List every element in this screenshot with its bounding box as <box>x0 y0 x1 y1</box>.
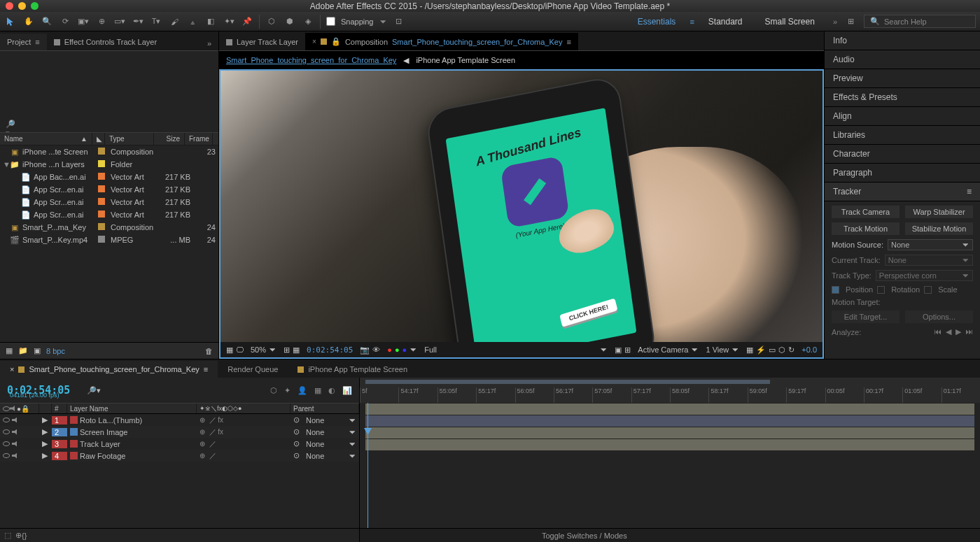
zoom-dropdown[interactable]: 50% ⏷ <box>251 345 276 354</box>
panel-preview[interactable]: Preview <box>825 69 980 88</box>
hand-tool-icon[interactable]: ✋ <box>22 15 35 28</box>
col-size[interactable]: Size <box>154 133 185 145</box>
time-ruler[interactable]: 5f54:17f55:05f55:17f56:05f56:17f57:05f57… <box>360 378 980 403</box>
interpret-icon[interactable]: ▦ <box>6 346 13 355</box>
panel-menu-icon[interactable]: ≡ <box>204 365 208 373</box>
panel-menu-icon[interactable]: ≡ <box>35 38 39 46</box>
toggle-1-icon[interactable]: ⬚ <box>0 531 15 540</box>
workspace-essentials[interactable]: Essentials <box>626 13 687 30</box>
view-axis-icon[interactable]: ◈ <box>302 15 314 28</box>
workspace-overflow-icon[interactable]: » <box>833 17 837 26</box>
col-frame[interactable]: Frame <box>185 133 213 145</box>
pan-behind-tool-icon[interactable]: ⊕ <box>95 15 108 28</box>
timeline-tab-render[interactable]: Render Queue <box>218 361 288 378</box>
breadcrumb-1[interactable]: Smart_Phone_touching_screen_for_Chroma_K… <box>222 56 400 64</box>
project-item[interactable]: ▼📁iPhone ...n LayersFolder <box>0 158 218 171</box>
col-label[interactable]: ◣ <box>92 133 105 145</box>
project-item[interactable]: 📄App Scr...en.aiVector Art217 KB <box>0 183 218 196</box>
snapping-chevron-icon[interactable]: ⏷ <box>379 17 387 26</box>
res-auto-icon[interactable]: ⊞ <box>284 345 290 355</box>
views-dropdown[interactable]: 1 View ⏷ <box>706 345 739 354</box>
workspace-small[interactable]: Small Screen <box>754 13 826 30</box>
panel-menu-icon[interactable]: ≡ <box>566 38 570 46</box>
camera-tool-icon[interactable]: ▣▾ <box>77 15 90 28</box>
layer-row[interactable]: ▶2Screen Image⊕ ／ fx⊙None⏷ <box>0 426 359 438</box>
clone-tool-icon[interactable]: ⟁ <box>186 15 199 28</box>
motion-source-select[interactable]: None ⏷ <box>888 239 973 250</box>
crumb-back-icon[interactable]: ◀ <box>400 56 412 65</box>
selection-tool-icon[interactable] <box>4 15 17 28</box>
project-item[interactable]: ▣Smart_P...ma_KeyComposition24 <box>0 221 218 234</box>
col-layer-name[interactable]: Layer Name <box>67 404 197 413</box>
current-time[interactable]: 0:02:54:05 <box>307 345 353 355</box>
rotation-tool-icon[interactable]: ⟳ <box>59 15 71 28</box>
bpc-button[interactable]: 8 bpc <box>46 347 65 355</box>
type-tool-icon[interactable]: T▾ <box>150 15 162 28</box>
timeline-tracks[interactable] <box>360 403 980 528</box>
new-comp-icon[interactable]: ▣ <box>34 346 41 355</box>
pen-tool-icon[interactable]: ✒▾ <box>132 15 144 28</box>
project-search-icon[interactable]: 🔎▾ <box>6 120 15 129</box>
trash-icon[interactable]: 🗑 <box>205 347 213 355</box>
panel-tracker[interactable]: Tracker≡ <box>825 183 980 201</box>
panel-overflow-icon[interactable]: » <box>200 36 218 50</box>
close-tab-icon[interactable]: × <box>312 38 316 45</box>
tab-project[interactable]: Project≡ <box>0 34 47 50</box>
folder-icon[interactable]: 📁 <box>18 346 28 355</box>
project-item[interactable]: 📄App Bac...en.aiVector Art217 KB <box>0 171 218 183</box>
resolution-dropdown[interactable]: Full <box>424 345 437 354</box>
channel-icon[interactable]: ● <box>387 345 392 354</box>
snapping-checkbox[interactable] <box>326 17 335 26</box>
panel-align[interactable]: Align <box>825 107 980 126</box>
fast-preview-icon[interactable]: ⚡ <box>756 345 766 355</box>
puppet-tool-icon[interactable]: 📌 <box>241 15 253 28</box>
layer-row[interactable]: ▶1Roto La...(Thumb)⊕ ／ fx⊙None⏷ <box>0 414 359 426</box>
camera-dropdown[interactable]: Active Camera ⏷ <box>638 345 699 354</box>
shy-icon[interactable]: 👤 <box>298 386 307 395</box>
project-item[interactable]: 🎬Smart_P...Key.mp4MPEG... MB24 <box>0 234 218 246</box>
panel-paragraph[interactable]: Paragraph <box>825 164 980 183</box>
timeline-tab-2[interactable]: iPhone App Template Screen <box>288 361 417 378</box>
workspace-menu-icon[interactable]: ≡ <box>687 17 696 26</box>
roi-icon[interactable]: ▣ <box>615 345 622 355</box>
track-motion-button[interactable]: Track Motion <box>832 222 899 235</box>
project-item[interactable]: 📄App Scr...en.aiVector Art217 KB <box>0 196 218 208</box>
layer-row[interactable]: ▶4Raw Footage⊕ ／ ⊙None⏷ <box>0 450 359 462</box>
snap-opt-icon[interactable]: ⊡ <box>393 15 405 28</box>
panel-libraries[interactable]: Libraries <box>825 126 980 145</box>
eraser-tool-icon[interactable]: ◧ <box>204 15 217 28</box>
minimize-window[interactable] <box>18 2 26 10</box>
comp-mini-icon[interactable]: ⬡ <box>270 386 277 395</box>
draft-3d-icon[interactable]: 🖵 <box>236 345 244 354</box>
stabilize-motion-button[interactable]: Stabilize Motion <box>905 222 973 235</box>
toggle-switches-modes[interactable]: Toggle Switches / Modes <box>542 532 627 540</box>
roto-tool-icon[interactable]: ✦▾ <box>223 15 235 28</box>
breadcrumb-2[interactable]: iPhone App Template Screen <box>412 56 519 64</box>
sync-icon[interactable]: ⊞ <box>844 15 857 28</box>
workspace-standard[interactable]: Standard <box>697 13 754 30</box>
motion-blur-icon[interactable]: ◐ <box>328 386 335 395</box>
toggle-2-icon[interactable]: ⊕ <box>15 531 22 540</box>
close-icon[interactable]: × <box>10 365 14 373</box>
lock-icon[interactable]: 🔒 <box>331 37 341 46</box>
flowchart-icon[interactable]: ⬡ <box>778 345 785 355</box>
tab-effect-controls[interactable]: Effect Controls Track Layer <box>47 34 164 50</box>
pixel-aspect-icon[interactable]: ▦ <box>746 345 753 355</box>
brush-tool-icon[interactable]: 🖌 <box>168 15 181 28</box>
panel-menu-icon[interactable]: ≡ <box>967 187 972 197</box>
timeline-tab-1[interactable]: ×Smart_Phone_touching_screen_for_Chroma_… <box>0 361 218 378</box>
work-area[interactable] <box>365 380 770 384</box>
timeline-search-icon[interactable]: 🔎▾ <box>87 386 101 395</box>
panel-effects---presets[interactable]: Effects & Presets <box>825 88 980 107</box>
tab-layer-track[interactable]: Layer Track Layer <box>219 34 305 50</box>
toggle-3-icon[interactable]: {} <box>22 532 27 540</box>
panel-character[interactable]: Character <box>825 145 980 164</box>
col-parent[interactable]: Parent <box>290 404 359 413</box>
tab-composition[interactable]: × 🔒 Composition Smart_Phone_touching_scr… <box>305 33 578 50</box>
current-time-indicator[interactable] <box>368 403 368 528</box>
search-help-input[interactable]: 🔍 Search Help <box>864 15 976 28</box>
exposure-value[interactable]: +0.0 <box>802 345 817 354</box>
track-camera-button[interactable]: Track Camera <box>832 206 899 218</box>
layer-row[interactable]: ▶3Track Layer⊕ ／ ⊙None⏷ <box>0 438 359 450</box>
transparency-icon[interactable]: ▦ <box>293 345 300 355</box>
